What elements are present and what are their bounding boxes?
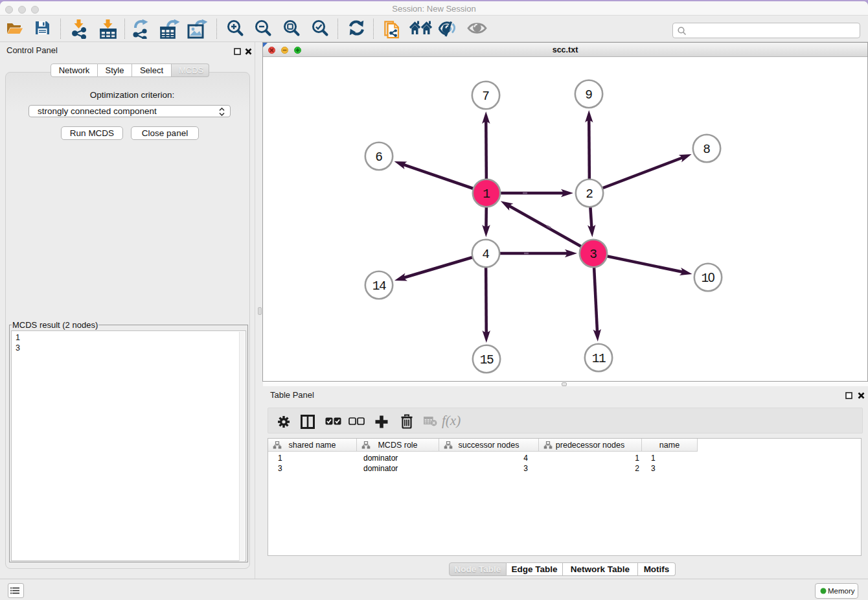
svg-text:15: 15 (480, 353, 494, 367)
svg-text:8: 8 (703, 143, 711, 157)
svg-text:14: 14 (372, 279, 386, 294)
svg-text:4: 4 (482, 248, 490, 262)
svg-text:10: 10 (701, 270, 714, 286)
svg-text:9: 9 (585, 88, 593, 102)
svg-text:7: 7 (482, 89, 490, 104)
svg-text:3: 3 (589, 248, 597, 262)
svg-text:11: 11 (592, 352, 606, 366)
svg-text:6: 6 (375, 150, 383, 165)
svg-text:1: 1 (483, 187, 490, 202)
svg-text:2: 2 (586, 187, 593, 202)
